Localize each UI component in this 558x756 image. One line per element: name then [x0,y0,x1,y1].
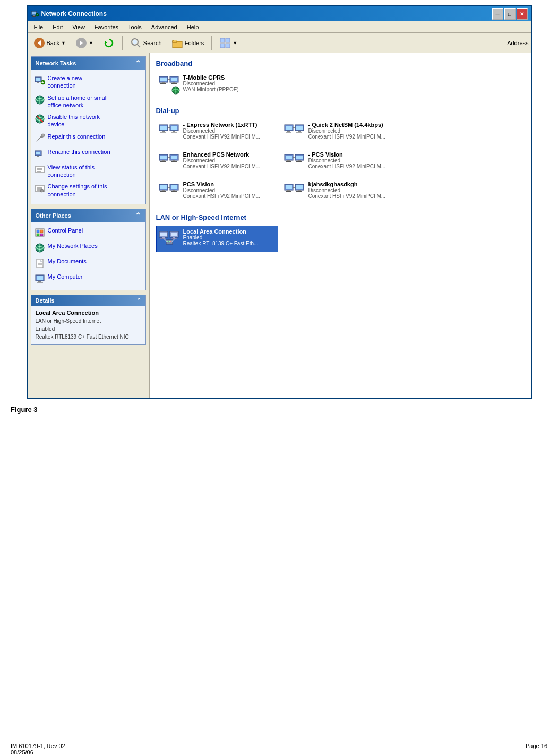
details-header[interactable]: Details ⌃ [31,295,145,306]
sidebar-item-create-connection[interactable]: + Create a newconnection [33,73,143,91]
search-button[interactable]: Search [126,35,166,51]
change-settings-label: Change settings of thisconnection [48,183,107,198]
svg-rect-48 [37,234,39,236]
view-status-icon [35,164,45,175]
svg-rect-94 [171,156,177,159]
restore-button[interactable]: □ [504,8,516,20]
collapse-other-places-icon[interactable]: ⌃ [135,211,141,220]
disable-device-icon [35,114,45,124]
menu-edit[interactable]: Edit [48,21,67,32]
details-connection-status: Enabled [36,325,141,333]
views-button[interactable]: ▼ [216,35,241,51]
network-tasks-header[interactable]: Network Tasks ⌃ [31,57,145,70]
views-icon [219,37,231,49]
svg-rect-108 [160,185,167,189]
quick2-device: Conexant HSFi V92 MiniPCI M... [308,134,401,140]
back-button[interactable]: Back ▼ [30,35,70,51]
menu-advanced[interactable]: Advanced [147,21,182,32]
svg-rect-117 [286,185,292,189]
sidebar-item-my-network-places[interactable]: My Network Places [33,240,143,255]
svg-rect-33 [36,152,40,154]
other-places-header[interactable]: Other Places ⌃ [31,209,145,222]
pcs-vision-2-device: Conexant HSFi V92 MiniPCI M... [183,193,276,199]
svg-rect-87 [296,132,302,133]
sidebar-item-control-panel[interactable]: Control Panel [33,225,143,239]
footer-right: Page 16 [526,743,547,755]
forward-button[interactable]: ▼ [72,35,97,51]
pcs-vision-1-status: Disconnected [308,158,401,164]
menu-favorites[interactable]: Favorites [90,21,123,32]
express-icon [159,122,180,143]
details-section: Details ⌃ Local Area Connection LAN or H… [31,295,146,345]
network-tasks-title: Network Tasks [36,60,76,66]
svg-rect-34 [37,156,39,157]
menu-view[interactable]: View [68,21,89,32]
svg-rect-92 [160,161,166,162]
connection-quick2[interactable]: - Quick 2 NetSM (14.4kbps) Disconnected … [281,119,404,145]
svg-rect-76 [171,126,177,130]
sidebar-item-my-computer[interactable]: My Computer [33,271,143,286]
sidebar-item-repair[interactable]: Repair this connection [33,131,143,145]
svg-rect-113 [173,190,175,191]
create-connection-icon: + [35,75,45,85]
svg-rect-66 [173,82,175,83]
network-tasks-section: Network Tasks ⌃ + [31,56,146,204]
minimize-button[interactable]: ─ [492,8,503,20]
svg-rect-15 [174,40,177,41]
close-button[interactable]: ✕ [517,8,528,20]
connection-pcs-vision-2[interactable]: PCS Vision Disconnected Conexant HSFi V9… [156,178,278,205]
svg-rect-101 [286,161,291,162]
refresh-button[interactable] [99,35,118,51]
pcs-vision-2-status: Disconnected [183,187,276,193]
svg-rect-122 [298,190,301,191]
sidebar-item-setup-network[interactable]: Set up a home or smalloffice network [33,92,143,111]
address-label: Address [507,40,528,46]
svg-rect-23 [36,83,40,83]
sidebar-item-view-status[interactable]: View status of thisconnection [33,162,143,181]
repair-label: Repair this connection [48,133,106,140]
forward-dropdown-icon[interactable]: ▼ [89,40,93,46]
svg-rect-21 [36,78,40,81]
my-computer-icon [35,273,45,284]
toolbar-separator-2 [211,36,212,50]
sidebar-item-rename[interactable]: Rename this connection [33,147,143,161]
connection-enhanced-pcs[interactable]: Enhanced PCS Network Disconnected Conexa… [156,149,278,175]
sidebar-item-disable-device[interactable]: Disable this networkdevice [33,111,143,130]
collapse-details-icon[interactable]: ⌃ [136,297,141,304]
connection-kjahsdkgh[interactable]: kjahsdkghasdkgh Disconnected Conexant HS… [281,178,404,205]
titlebar-buttons: ─ □ ✕ [492,8,528,20]
details-connection-name: Local Area Connection [36,310,141,316]
svg-rect-83 [286,132,291,133]
svg-rect-74 [160,132,166,133]
connection-pcs-vision-1[interactable]: - PCS Vision Disconnected Conexant HSFi … [281,149,404,175]
menu-help[interactable]: Help [183,21,203,32]
folders-button[interactable]: Folders [168,35,208,51]
menubar: File Edit View Favorites Tools Advanced … [28,21,531,33]
sidebar-item-my-documents[interactable]: My Documents [33,256,143,270]
dialup-header: Dial-up [156,107,525,115]
connection-express[interactable]: - Express Network (1xRTT) Disconnected C… [156,119,278,145]
svg-rect-132 [171,238,177,239]
svg-rect-61 [160,78,167,81]
connection-tmobile[interactable]: T-Mobile GPRS Disconnected WAN Miniport … [156,72,278,98]
local-area-icon [159,228,180,250]
svg-rect-2 [33,15,35,16]
tmobile-device: WAN Miniport (PPPOE) [183,87,276,92]
local-area-status: Enabled [183,235,276,240]
enhanced-pcs-device: Conexant HSFi V92 MiniPCI M... [183,164,276,169]
views-dropdown-icon[interactable]: ▼ [233,40,237,46]
menu-file[interactable]: File [30,21,48,32]
collapse-network-tasks-icon[interactable]: ⌃ [135,59,141,67]
dialup-grid: - Express Network (1xRTT) Disconnected C… [156,119,525,205]
svg-rect-22 [37,82,39,83]
menu-tools[interactable]: Tools [124,21,146,32]
connection-local-area[interactable]: Local Area Connection Enabled Realtek RT… [156,226,278,252]
svg-marker-9 [105,41,107,43]
back-dropdown-icon[interactable]: ▼ [61,40,66,46]
content-area: Broadband [150,53,531,398]
sidebar-item-change-settings[interactable]: Change settings of thisconnection [33,181,143,200]
footer-left: IM 610179-1, Rev 02 08/25/06 [11,743,65,755]
pcs-vision-2-name: PCS Vision [183,181,276,187]
figure-caption: Figure 3 [0,399,558,420]
my-network-places-label: My Network Places [48,242,98,250]
